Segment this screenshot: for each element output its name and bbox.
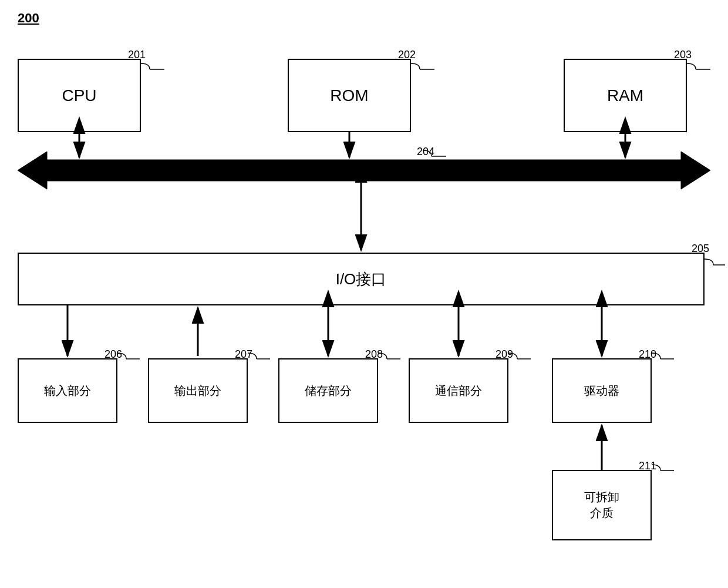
input-box: 输入部分 bbox=[18, 358, 117, 423]
output-ref: 207 bbox=[235, 348, 252, 361]
storage-ref: 208 bbox=[365, 348, 383, 361]
input-ref: 206 bbox=[105, 348, 122, 361]
io-ref: 205 bbox=[692, 243, 709, 255]
output-box: 输出部分 bbox=[148, 358, 248, 423]
cpu-ref: 201 bbox=[128, 49, 146, 61]
removable-label: 可拆卸 介质 bbox=[584, 489, 619, 521]
diagram: 200 CPU 201 ROM 202 RAM 203 204 I/O接口 20… bbox=[0, 0, 728, 588]
cpu-box: CPU bbox=[18, 59, 141, 132]
comm-box: 通信部分 bbox=[409, 358, 508, 423]
bus-arrow-group bbox=[18, 152, 710, 189]
comm-ref: 209 bbox=[496, 348, 513, 361]
removable-box: 可拆卸 介质 bbox=[552, 470, 652, 540]
storage-box: 储存部分 bbox=[278, 358, 378, 423]
fig-label: 200 bbox=[18, 11, 39, 26]
io-box: I/O接口 bbox=[18, 253, 705, 305]
driver-ref: 210 bbox=[639, 348, 656, 361]
svg-marker-4 bbox=[18, 152, 710, 189]
ram-box: RAM bbox=[564, 59, 687, 132]
ram-ref: 203 bbox=[674, 49, 692, 61]
removable-ref: 211 bbox=[639, 460, 656, 472]
rom-ref: 202 bbox=[398, 49, 416, 61]
bus-ref: 204 bbox=[417, 146, 434, 158]
rom-box: ROM bbox=[288, 59, 411, 132]
driver-box: 驱动器 bbox=[552, 358, 652, 423]
